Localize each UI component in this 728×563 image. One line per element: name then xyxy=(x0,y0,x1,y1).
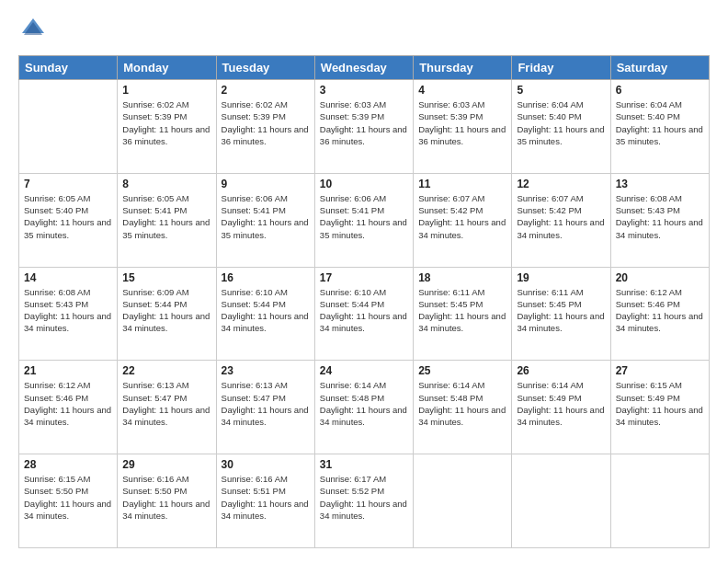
page: SundayMondayTuesdayWednesdayThursdayFrid… xyxy=(0,0,728,563)
logo xyxy=(18,15,51,44)
day-info: Sunrise: 6:17 AM Sunset: 5:52 PM Dayligh… xyxy=(320,473,408,522)
day-number: 21 xyxy=(24,364,112,377)
day-number: 2 xyxy=(222,84,310,97)
day-cell: 17Sunrise: 6:10 AM Sunset: 5:44 PM Dayli… xyxy=(314,267,413,361)
day-number: 27 xyxy=(616,364,704,377)
day-info: Sunrise: 6:05 AM Sunset: 5:40 PM Dayligh… xyxy=(24,192,112,241)
day-number: 11 xyxy=(418,178,506,190)
day-number: 23 xyxy=(222,364,310,377)
day-number: 26 xyxy=(517,364,605,377)
day-info: Sunrise: 6:06 AM Sunset: 5:41 PM Dayligh… xyxy=(222,192,310,241)
logo-icon xyxy=(18,15,48,44)
header xyxy=(18,15,710,44)
day-info: Sunrise: 6:07 AM Sunset: 5:42 PM Dayligh… xyxy=(517,192,605,241)
day-info: Sunrise: 6:12 AM Sunset: 5:46 PM Dayligh… xyxy=(24,379,112,428)
day-cell: 4Sunrise: 6:03 AM Sunset: 5:39 PM Daylig… xyxy=(414,80,512,174)
day-number: 25 xyxy=(418,364,506,377)
day-number: 20 xyxy=(616,271,704,284)
day-cell: 28Sunrise: 6:15 AM Sunset: 5:50 PM Dayli… xyxy=(19,454,118,548)
day-cell: 26Sunrise: 6:14 AM Sunset: 5:49 PM Dayli… xyxy=(512,361,610,454)
week-row-1: 7Sunrise: 6:05 AM Sunset: 5:40 PM Daylig… xyxy=(19,173,710,267)
day-number: 22 xyxy=(122,364,210,377)
day-info: Sunrise: 6:06 AM Sunset: 5:41 PM Dayligh… xyxy=(320,192,408,241)
day-number: 14 xyxy=(24,271,112,284)
day-cell: 25Sunrise: 6:14 AM Sunset: 5:48 PM Dayli… xyxy=(414,361,512,454)
day-info: Sunrise: 6:03 AM Sunset: 5:39 PM Dayligh… xyxy=(418,98,506,147)
day-cell: 15Sunrise: 6:09 AM Sunset: 5:44 PM Dayli… xyxy=(118,267,216,361)
day-info: Sunrise: 6:10 AM Sunset: 5:44 PM Dayligh… xyxy=(222,286,310,335)
day-cell: 20Sunrise: 6:12 AM Sunset: 5:46 PM Dayli… xyxy=(610,267,709,361)
day-cell xyxy=(610,454,709,548)
day-info: Sunrise: 6:13 AM Sunset: 5:47 PM Dayligh… xyxy=(122,379,210,428)
day-cell: 1Sunrise: 6:02 AM Sunset: 5:39 PM Daylig… xyxy=(118,80,216,174)
day-info: Sunrise: 6:08 AM Sunset: 5:43 PM Dayligh… xyxy=(616,192,704,241)
day-cell xyxy=(19,80,118,174)
day-number: 28 xyxy=(24,458,112,471)
day-cell: 8Sunrise: 6:05 AM Sunset: 5:41 PM Daylig… xyxy=(118,173,216,267)
day-cell: 24Sunrise: 6:14 AM Sunset: 5:48 PM Dayli… xyxy=(314,361,413,454)
weekday-header-friday: Friday xyxy=(512,56,610,80)
day-info: Sunrise: 6:10 AM Sunset: 5:44 PM Dayligh… xyxy=(320,286,408,335)
day-cell: 18Sunrise: 6:11 AM Sunset: 5:45 PM Dayli… xyxy=(414,267,512,361)
day-cell: 29Sunrise: 6:16 AM Sunset: 5:50 PM Dayli… xyxy=(118,454,216,548)
day-info: Sunrise: 6:11 AM Sunset: 5:45 PM Dayligh… xyxy=(517,286,605,335)
day-cell: 31Sunrise: 6:17 AM Sunset: 5:52 PM Dayli… xyxy=(314,454,413,548)
day-info: Sunrise: 6:02 AM Sunset: 5:39 PM Dayligh… xyxy=(122,98,210,147)
day-number: 17 xyxy=(320,271,408,284)
day-number: 4 xyxy=(418,84,506,97)
day-cell: 10Sunrise: 6:06 AM Sunset: 5:41 PM Dayli… xyxy=(314,173,413,267)
day-info: Sunrise: 6:04 AM Sunset: 5:40 PM Dayligh… xyxy=(616,98,704,147)
day-cell: 16Sunrise: 6:10 AM Sunset: 5:44 PM Dayli… xyxy=(216,267,314,361)
day-info: Sunrise: 6:12 AM Sunset: 5:46 PM Dayligh… xyxy=(616,286,704,335)
day-info: Sunrise: 6:14 AM Sunset: 5:49 PM Dayligh… xyxy=(517,379,605,428)
day-cell: 27Sunrise: 6:15 AM Sunset: 5:49 PM Dayli… xyxy=(610,361,709,454)
weekday-header-sunday: Sunday xyxy=(19,56,118,80)
week-row-4: 28Sunrise: 6:15 AM Sunset: 5:50 PM Dayli… xyxy=(19,454,710,548)
day-info: Sunrise: 6:05 AM Sunset: 5:41 PM Dayligh… xyxy=(122,192,210,241)
day-cell: 9Sunrise: 6:06 AM Sunset: 5:41 PM Daylig… xyxy=(216,173,314,267)
day-cell: 13Sunrise: 6:08 AM Sunset: 5:43 PM Dayli… xyxy=(610,173,709,267)
day-number: 15 xyxy=(122,271,210,284)
day-cell: 3Sunrise: 6:03 AM Sunset: 5:39 PM Daylig… xyxy=(314,80,413,174)
day-cell: 2Sunrise: 6:02 AM Sunset: 5:39 PM Daylig… xyxy=(216,80,314,174)
day-number: 16 xyxy=(222,271,310,284)
day-number: 7 xyxy=(24,178,112,190)
day-cell: 23Sunrise: 6:13 AM Sunset: 5:47 PM Dayli… xyxy=(216,361,314,454)
day-cell: 6Sunrise: 6:04 AM Sunset: 5:40 PM Daylig… xyxy=(610,80,709,174)
calendar: SundayMondayTuesdayWednesdayThursdayFrid… xyxy=(18,55,710,548)
day-cell: 22Sunrise: 6:13 AM Sunset: 5:47 PM Dayli… xyxy=(118,361,216,454)
weekday-header-row: SundayMondayTuesdayWednesdayThursdayFrid… xyxy=(19,56,710,80)
day-info: Sunrise: 6:02 AM Sunset: 5:39 PM Dayligh… xyxy=(222,98,310,147)
day-number: 30 xyxy=(222,458,310,471)
day-info: Sunrise: 6:16 AM Sunset: 5:50 PM Dayligh… xyxy=(122,473,210,522)
day-number: 10 xyxy=(320,178,408,190)
day-cell: 5Sunrise: 6:04 AM Sunset: 5:40 PM Daylig… xyxy=(512,80,610,174)
day-number: 31 xyxy=(320,458,408,471)
day-info: Sunrise: 6:15 AM Sunset: 5:49 PM Dayligh… xyxy=(616,379,704,428)
day-info: Sunrise: 6:09 AM Sunset: 5:44 PM Dayligh… xyxy=(122,286,210,335)
day-number: 5 xyxy=(517,84,605,97)
day-info: Sunrise: 6:16 AM Sunset: 5:51 PM Dayligh… xyxy=(222,473,310,522)
day-number: 8 xyxy=(122,178,210,190)
weekday-header-thursday: Thursday xyxy=(414,56,512,80)
day-cell: 14Sunrise: 6:08 AM Sunset: 5:43 PM Dayli… xyxy=(19,267,118,361)
day-number: 3 xyxy=(320,84,408,97)
day-info: Sunrise: 6:04 AM Sunset: 5:40 PM Dayligh… xyxy=(517,98,605,147)
day-number: 1 xyxy=(122,84,210,97)
day-info: Sunrise: 6:07 AM Sunset: 5:42 PM Dayligh… xyxy=(418,192,506,241)
day-info: Sunrise: 6:08 AM Sunset: 5:43 PM Dayligh… xyxy=(24,286,112,335)
day-info: Sunrise: 6:15 AM Sunset: 5:50 PM Dayligh… xyxy=(24,473,112,522)
day-cell xyxy=(414,454,512,548)
day-number: 6 xyxy=(616,84,704,97)
day-info: Sunrise: 6:11 AM Sunset: 5:45 PM Dayligh… xyxy=(418,286,506,335)
day-cell: 19Sunrise: 6:11 AM Sunset: 5:45 PM Dayli… xyxy=(512,267,610,361)
day-number: 19 xyxy=(517,271,605,284)
day-number: 13 xyxy=(616,178,704,190)
week-row-2: 14Sunrise: 6:08 AM Sunset: 5:43 PM Dayli… xyxy=(19,267,710,361)
day-number: 12 xyxy=(517,178,605,190)
week-row-0: 1Sunrise: 6:02 AM Sunset: 5:39 PM Daylig… xyxy=(19,80,710,174)
day-cell: 11Sunrise: 6:07 AM Sunset: 5:42 PM Dayli… xyxy=(414,173,512,267)
weekday-header-wednesday: Wednesday xyxy=(314,56,413,80)
day-info: Sunrise: 6:14 AM Sunset: 5:48 PM Dayligh… xyxy=(320,379,408,428)
weekday-header-tuesday: Tuesday xyxy=(216,56,314,80)
